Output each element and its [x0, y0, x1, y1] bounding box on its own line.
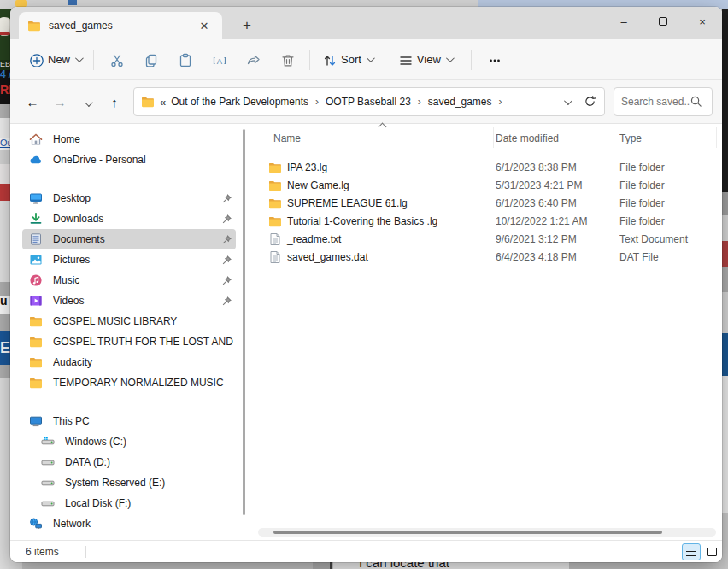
sidebar-item-documents[interactable]: Documents [22, 229, 236, 249]
cloud-icon [29, 153, 43, 167]
horizontal-scrollbar[interactable] [258, 528, 716, 537]
table-row[interactable]: IPA 23.lg6/1/2023 8:38 PMFile folder [248, 158, 715, 176]
background-white-strip [722, 376, 728, 513]
sidebar-item-windows-c[interactable]: Windows (C:) [22, 431, 236, 452]
pictures-icon [29, 253, 43, 267]
sidebar-item-network[interactable]: Network [22, 513, 236, 534]
breadcrumb-item[interactable]: Out of the Park Developments [171, 96, 308, 108]
sidebar-item-label: OneDrive - Personal [53, 154, 236, 166]
table-row[interactable]: New Game.lg5/31/2023 4:21 PMFile folder [248, 176, 715, 194]
sidebar-item-label: DATA (D:) [65, 456, 236, 468]
horizontal-scrollbar-thumb[interactable] [273, 531, 662, 534]
sidebar-item-music[interactable]: Music [22, 270, 236, 290]
breadcrumb-chevron-icon[interactable]: › [497, 96, 504, 108]
minimize-button[interactable]: – [604, 7, 643, 36]
paste-button[interactable] [167, 44, 202, 75]
sidebar-item-system-reserved-e[interactable]: System Reserved (E:) [22, 472, 236, 493]
breadcrumb-item[interactable]: OOTP Baseball 23 [326, 96, 411, 108]
sidebar-divider [24, 402, 234, 402]
search-input[interactable] [621, 96, 690, 108]
status-divider [85, 546, 86, 558]
sidebar-item-local-disk-f[interactable]: Local Disk (F:) [22, 493, 236, 513]
maximize-button[interactable] [643, 7, 683, 36]
column-header-type[interactable]: Type [619, 129, 642, 148]
column-separator[interactable] [493, 127, 494, 148]
sidebar-item-gospel-music-library[interactable]: GOSPEL MUSIC LIBRARY [22, 311, 236, 331]
sidebar-item-onedrive-personal[interactable]: OneDrive - Personal [22, 150, 236, 170]
drive-icon [41, 496, 55, 510]
background-red-strip [722, 241, 728, 267]
sidebar-item-pictures[interactable]: Pictures [22, 249, 236, 270]
command-toolbar: New A Sort [10, 39, 722, 80]
background-light-strip [722, 292, 728, 333]
status-bar: 6 items [10, 540, 722, 562]
share-button[interactable] [236, 44, 270, 75]
background-gray-strip [722, 267, 728, 292]
table-row[interactable]: Tutorial 1-Covering the Basics .lg10/12/… [248, 212, 715, 230]
table-row[interactable]: saved_games.dat6/4/2023 4:18 PMDAT File [248, 248, 715, 266]
pin-icon [221, 296, 232, 307]
breadcrumb-item[interactable]: saved_games [428, 96, 492, 108]
folder-icon [29, 376, 43, 390]
close-button[interactable]: × [683, 7, 722, 36]
rename-button[interactable]: A [202, 44, 236, 75]
view-button[interactable]: View [391, 44, 459, 75]
sort-button[interactable]: Sort [315, 44, 379, 75]
details-view-button[interactable] [682, 543, 701, 560]
drive-icon [41, 455, 55, 469]
tab-close-icon[interactable]: ✕ [195, 16, 214, 35]
sidebar-scrollbar[interactable] [243, 129, 245, 515]
sidebar-item-this-pc[interactable]: This PC [22, 411, 236, 431]
breadcrumb-overflow-icon[interactable]: « [160, 96, 166, 109]
address-dropdown-chevron-icon[interactable] [564, 97, 572, 105]
more-options-button[interactable] [477, 44, 511, 75]
sidebar-item-desktop[interactable]: Desktop [22, 188, 236, 208]
file-explorer-window: saved_games ✕ + – × New [10, 7, 722, 562]
refresh-icon[interactable] [584, 95, 597, 109]
delete-button[interactable] [270, 44, 304, 75]
breadcrumb-chevron-icon[interactable]: › [416, 96, 423, 108]
table-row[interactable]: SUPREME LEAGUE 61.lg6/1/2023 6:40 PMFile… [248, 194, 715, 212]
pin-icon [221, 255, 232, 266]
tab-saved-games[interactable]: saved_games ✕ [19, 12, 222, 39]
sidebar-item-videos[interactable]: Videos [22, 290, 236, 311]
column-separator[interactable] [716, 127, 717, 148]
toolbar-divider [471, 50, 472, 70]
details-view-icon [686, 548, 696, 556]
sidebar-item-downloads[interactable]: Downloads [22, 208, 236, 229]
folder-icon [268, 197, 282, 210]
background-dark-strip [722, 9, 728, 192]
file-type: DAT File [619, 251, 659, 263]
cut-button[interactable] [99, 44, 133, 75]
copy-button[interactable] [133, 44, 167, 75]
large-icons-view-button[interactable] [702, 543, 721, 560]
folder-icon [29, 314, 43, 328]
search-icon [690, 95, 703, 109]
up-button[interactable]: ↑ [101, 88, 128, 115]
new-button[interactable]: New [22, 44, 88, 75]
sidebar-item-temporary-normalized-music[interactable]: TEMPORARY NORMALIZED MUSIC [22, 372, 236, 393]
forward-button[interactable]: → [46, 88, 73, 115]
table-row[interactable]: _readme.txt9/6/2021 3:12 PMText Document [248, 230, 715, 248]
search-box[interactable] [614, 87, 713, 116]
new-tab-button[interactable]: + [234, 14, 260, 38]
sidebar-item-data-d[interactable]: DATA (D:) [22, 452, 236, 472]
breadcrumb-chevron-icon[interactable]: › [314, 96, 320, 108]
chevron-down-icon [75, 54, 84, 62]
sidebar-item-home[interactable]: Home [22, 129, 236, 150]
file-date-modified: 10/12/2022 1:21 AM [496, 215, 587, 227]
content-area: HomeOneDrive - PersonalDesktopDownloadsD… [10, 124, 722, 540]
sidebar-item-gospel-truth-for-the-lost-and-foun[interactable]: GOSPEL TRUTH FOR THE LOST AND FOUN [22, 331, 236, 352]
address-bar[interactable]: « Out of the Park Developments›OOTP Base… [133, 87, 605, 116]
column-separator[interactable] [614, 127, 614, 148]
back-button[interactable]: ← [19, 88, 46, 115]
file-type: Text Document [619, 233, 688, 245]
sidebar-item-audacity[interactable]: Audacity [22, 352, 236, 372]
sidebar-item-label: Home [53, 133, 236, 145]
column-header-name[interactable]: Name [273, 129, 301, 148]
column-header-date-modified[interactable]: Date modified [496, 129, 559, 148]
file-name: _readme.txt [287, 233, 341, 245]
recent-locations-button[interactable] [73, 88, 101, 115]
sidebar-item-label: Network [53, 518, 236, 530]
drive-icon [41, 476, 55, 490]
